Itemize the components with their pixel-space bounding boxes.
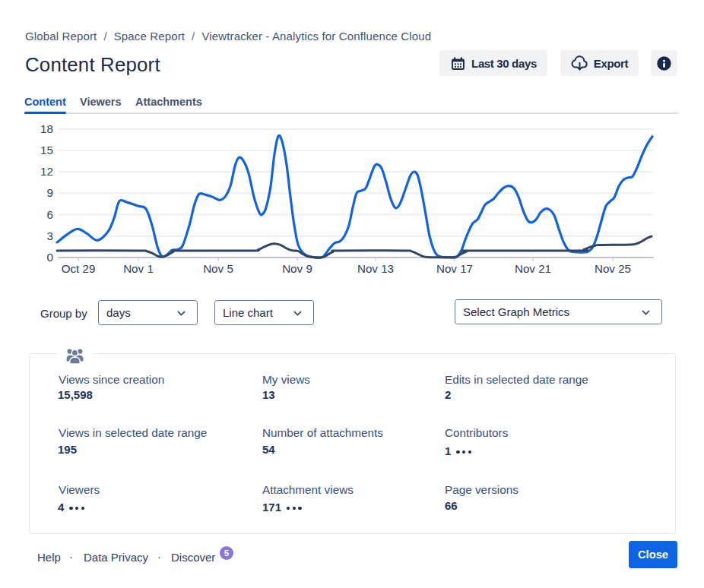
svg-text:3: 3 — [47, 229, 53, 242]
svg-text:Nov 21: Nov 21 — [515, 262, 551, 275]
svg-text:18: 18 — [40, 122, 53, 135]
svg-text:Oct 29: Oct 29 — [62, 262, 96, 275]
svg-text:Nov 25: Nov 25 — [595, 262, 631, 275]
svg-text:Nov 13: Nov 13 — [357, 262, 394, 275]
svg-text:9: 9 — [47, 186, 53, 199]
svg-text:6: 6 — [47, 208, 53, 221]
svg-text:Nov 9: Nov 9 — [282, 262, 312, 275]
svg-text:12: 12 — [40, 165, 53, 178]
svg-text:0: 0 — [47, 251, 53, 264]
svg-text:Nov 5: Nov 5 — [203, 262, 233, 275]
svg-text:Nov 17: Nov 17 — [436, 262, 473, 275]
svg-text:15: 15 — [40, 144, 53, 156]
svg-text:Nov 1: Nov 1 — [123, 262, 154, 275]
